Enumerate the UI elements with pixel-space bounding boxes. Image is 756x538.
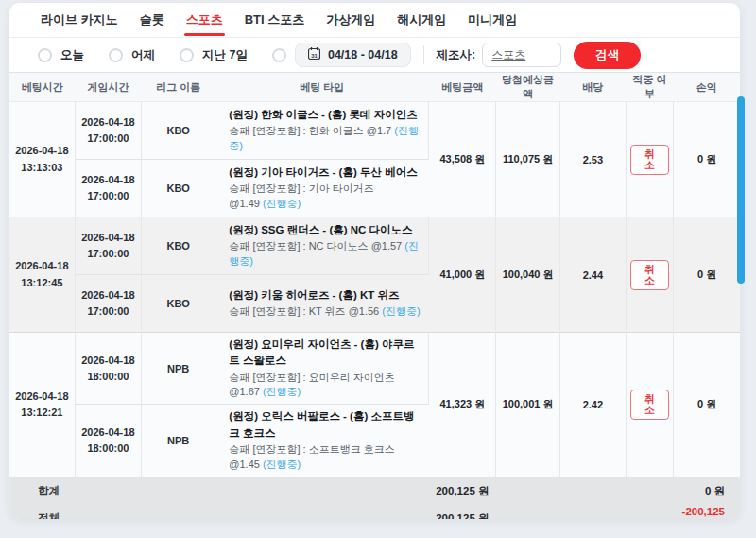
bet-clock: 13:13:03 (13, 160, 71, 176)
tab-slots[interactable]: 슬롯 (140, 3, 164, 37)
radio-today[interactable] (38, 48, 52, 62)
game-time-cell: 2026-04-18 18:00:00 (75, 405, 141, 477)
bet-type-cell: (원정) 요미우리 자이언츠 - (홈) 야쿠르트 스왈로스 승패 [연장포함]… (215, 333, 429, 405)
odds-cell: 2.42 (559, 333, 626, 477)
bet-date: 2026-04-18 (13, 143, 71, 159)
league-cell: NPB (142, 333, 215, 405)
match-title: (원정) 오릭스 버팔로스 - (홈) 소프트뱅크 호크스 (229, 408, 422, 442)
tab-virtual-games[interactable]: 가상게임 (326, 3, 375, 37)
radio-yesterday-label: 어제 (131, 47, 155, 63)
bet-amount-cell: 41,323 원 (429, 333, 496, 477)
radio-last7days-label: 지난 7일 (202, 47, 248, 63)
tab-bti-sports[interactable]: BTI 스포츠 (245, 3, 305, 37)
bet-time-cell: 2026-04-18 13:12:45 (9, 217, 75, 333)
radio-last7days[interactable] (180, 48, 194, 62)
tab-mini-games[interactable]: 미니게임 (468, 3, 517, 37)
bet-type-cell: (원정) 키움 히어로즈 - (홈) KT 위즈 승패 [연장포함] : KT … (215, 275, 429, 333)
cancel-badge[interactable]: 취소 (630, 390, 669, 420)
total-profit: -200,125 원 (674, 504, 740, 519)
status-in-progress: (진행중) (263, 386, 301, 397)
profit-cell: 0 원 (674, 102, 740, 217)
expected-win-cell: 110,075 원 (496, 102, 559, 217)
table-row: 2026-04-18 13:12:21 2026-04-18 18:00:00 … (9, 333, 740, 405)
league-cell: KBO (142, 275, 215, 333)
profit-cell: 0 원 (674, 333, 740, 477)
status-in-progress: (진행중) (263, 459, 301, 470)
maker-input[interactable] (482, 43, 561, 67)
date-range-picker[interactable]: 31 04/18 - 04/18 (295, 43, 411, 67)
odds-cell: 2.44 (559, 217, 626, 333)
league-cell: KBO (142, 217, 215, 275)
hit-result-cell: 취소 (626, 102, 673, 217)
col-header-expected-win: 당첨예상금액 (496, 73, 559, 102)
game-clock: 18:00:00 (79, 369, 137, 385)
game-time-cell: 2026-04-18 17:00:00 (75, 275, 141, 333)
league-cell: KBO (142, 102, 215, 160)
status-in-progress: (진행중) (382, 305, 420, 317)
total-amount: 200,125 원 (429, 504, 496, 519)
bet-date: 2026-04-18 (13, 258, 71, 274)
tab-live-casino[interactable]: 라이브 카지노 (41, 3, 118, 37)
radio-yesterday[interactable] (109, 48, 123, 62)
date-range-value: 04/18 - 04/18 (328, 48, 398, 61)
bet-type-cell: (원정) 기아 타이거즈 - (홈) 두산 베어스 승패 [연장포함] : 기아… (215, 160, 429, 217)
bet-type-cell: (원정) SSG 랜더스 - (홈) NC 다이노스 승패 [연장포함] : N… (215, 217, 429, 275)
calendar-icon: 31 (308, 47, 320, 62)
tab-bar: 라이브 카지노 슬롯 스포츠 BTI 스포츠 가상게임 해시게임 미니게임 (9, 3, 740, 38)
game-clock: 18:00:00 (79, 441, 137, 457)
scrollbar-thumb[interactable] (737, 96, 745, 284)
col-header-profit: 손익 (674, 73, 740, 102)
total-label: 전체 (9, 504, 429, 519)
bet-time-cell: 2026-04-18 13:12:21 (9, 333, 75, 477)
cancel-badge[interactable]: 취소 (630, 145, 669, 175)
bet-clock: 13:12:21 (13, 405, 71, 421)
filter-divider (423, 45, 424, 64)
col-header-bet-time: 베팅시간 (9, 73, 75, 102)
radio-custom-range[interactable] (272, 48, 286, 62)
profit-cell: 0 원 (674, 217, 740, 333)
game-clock: 17:00:00 (79, 188, 137, 204)
betting-history-table: 베팅시간 게임시간 리그 이름 베팅 타입 베팅금액 당첨예상금액 배당 적중 … (9, 73, 740, 519)
bet-type-cell: (원정) 오릭스 버팔로스 - (홈) 소프트뱅크 호크스 승패 [연장포함] … (215, 405, 429, 477)
odds-cell: 2.53 (559, 102, 626, 217)
expected-win-cell: 100,001 원 (496, 333, 559, 477)
cancel-badge[interactable]: 취소 (630, 260, 669, 290)
subtotal-profit: 0 원 (674, 477, 740, 504)
game-date: 2026-04-18 (79, 114, 137, 130)
bet-time-cell: 2026-04-18 13:13:03 (9, 102, 75, 217)
tab-sports[interactable]: 스포츠 (186, 3, 223, 37)
match-title: (원정) SSG 랜더스 - (홈) NC 다이노스 (229, 222, 422, 238)
bet-group: 2026-04-18 13:12:45 2026-04-18 17:00:00 … (9, 217, 740, 333)
hit-result-cell: 취소 (626, 333, 673, 477)
col-header-hit-result: 적중 여부 (626, 73, 673, 102)
bet-group: 2026-04-18 13:13:03 2026-04-18 17:00:00 … (9, 102, 740, 217)
content-card: 라이브 카지노 슬롯 스포츠 BTI 스포츠 가상게임 해시게임 미니게임 오늘… (9, 3, 740, 519)
game-date: 2026-04-18 (79, 230, 137, 246)
search-button[interactable]: 검색 (574, 42, 641, 69)
pick-text: 승패 [연장포함] : 한화 이글스 @1.7 (229, 125, 391, 136)
col-header-league: 리그 이름 (142, 73, 215, 102)
game-clock: 17:00:00 (79, 304, 137, 320)
summary-spacer (496, 504, 674, 519)
status-in-progress: (진행중) (263, 198, 301, 209)
table-header-row: 베팅시간 게임시간 리그 이름 베팅 타입 베팅금액 당첨예상금액 배당 적중 … (9, 73, 740, 102)
summary-row-total: 전체 200,125 원 -200,125 원 (9, 504, 740, 519)
table-row: 2026-04-18 13:12:45 2026-04-18 17:00:00 … (9, 217, 740, 275)
pick-text: 승패 [연장포함] : 기아 타이거즈 @1.49 (229, 182, 373, 209)
pick-text: 승패 [연장포함] : NC 다이노스 @1.57 (229, 240, 402, 252)
col-header-odds: 배당 (559, 73, 626, 102)
game-time-cell: 2026-04-18 18:00:00 (75, 333, 141, 405)
summary-section: 합계 200,125 원 0 원 전체 200,125 원 -200,125 원 (9, 477, 740, 519)
game-clock: 17:00:00 (79, 246, 137, 262)
hit-result-cell: 취소 (626, 217, 673, 333)
tab-hash-games[interactable]: 해시게임 (397, 3, 446, 37)
game-clock: 17:00:00 (79, 130, 137, 147)
game-date: 2026-04-18 (79, 425, 137, 441)
game-date: 2026-04-18 (79, 287, 137, 304)
match-title: (원정) 한화 이글스 - (홈) 롯데 자이언츠 (229, 107, 422, 123)
subtotal-amount: 200,125 원 (429, 477, 496, 504)
table-row: 2026-04-18 13:13:03 2026-04-18 17:00:00 … (9, 102, 740, 160)
svg-text:31: 31 (311, 53, 318, 59)
col-header-bet-type: 베팅 타입 (215, 73, 429, 102)
bet-group: 2026-04-18 13:12:21 2026-04-18 18:00:00 … (9, 333, 740, 477)
